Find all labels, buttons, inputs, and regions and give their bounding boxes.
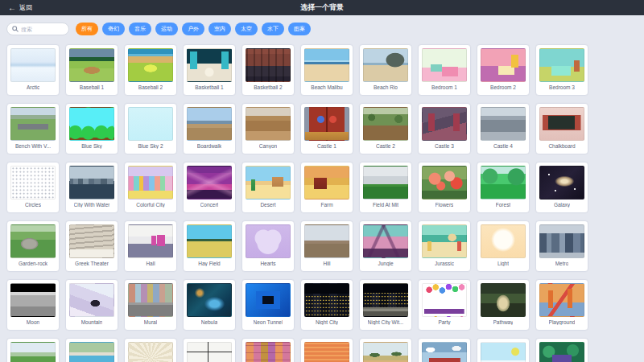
- backdrop-tile[interactable]: Beach Malibu: [300, 44, 353, 96]
- backdrop-tile[interactable]: Forest: [477, 162, 530, 213]
- backdrop-thumbnail: [539, 48, 584, 82]
- backdrop-tile[interactable]: Mountain: [65, 279, 118, 331]
- backdrop-tile[interactable]: [242, 338, 295, 362]
- backdrop-tile[interactable]: Playground: [535, 279, 588, 331]
- backdrop-tile[interactable]: Baseball 1: [65, 44, 118, 96]
- backdrop-tile[interactable]: Hall: [124, 220, 177, 272]
- backdrop-tile[interactable]: Basketball 2: [242, 44, 295, 96]
- backdrop-thumbnail: [422, 166, 467, 200]
- backdrop-label: Hearts: [260, 261, 275, 266]
- backdrop-tile[interactable]: [300, 338, 353, 362]
- backdrop-tile[interactable]: [477, 338, 530, 362]
- backdrop-tile[interactable]: Night City Wit...: [359, 279, 412, 331]
- backdrop-label: Blue Sky 2: [138, 143, 163, 149]
- backdrop-tile[interactable]: [65, 338, 118, 362]
- backdrop-thumbnail: [246, 224, 291, 258]
- search-input[interactable]: [21, 27, 64, 32]
- backdrop-tile[interactable]: Farm: [300, 162, 353, 213]
- backdrop-thumbnail: [481, 342, 526, 362]
- backdrop-tile[interactable]: Blue Sky 2: [124, 103, 177, 154]
- backdrop-thumbnail: [10, 48, 56, 82]
- backdrop-tile[interactable]: Castle 3: [418, 103, 471, 154]
- backdrop-tile[interactable]: [183, 338, 236, 362]
- backdrop-label: Hay Field: [198, 261, 220, 266]
- backdrop-tile[interactable]: Metro: [535, 220, 588, 272]
- filter-chip-8[interactable]: 图案: [288, 23, 311, 35]
- backdrop-label: Mural: [144, 319, 157, 325]
- backdrop-tile[interactable]: Bench With V...: [6, 103, 60, 154]
- backdrop-tile[interactable]: [359, 338, 412, 362]
- filter-bar: 所有奇幻音乐运动户外室内太空水下图案: [0, 15, 644, 41]
- backdrop-tile[interactable]: [124, 338, 177, 362]
- backdrop-grid: ArcticBaseball 1Baseball 2Basketball 1Ba…: [0, 41, 644, 362]
- backdrop-tile[interactable]: Circles: [6, 162, 60, 213]
- backdrop-tile[interactable]: Castle 1: [300, 103, 353, 154]
- backdrop-label: City With Water: [74, 202, 110, 208]
- filter-chip-7[interactable]: 水下: [262, 23, 284, 35]
- backdrop-tile[interactable]: Galaxy: [535, 162, 588, 213]
- backdrop-tile[interactable]: Garden-rock: [6, 220, 60, 272]
- backdrop-tile[interactable]: Castle 2: [359, 103, 412, 154]
- filter-chip-3[interactable]: 运动: [155, 23, 178, 35]
- backdrop-tile[interactable]: Chalkboard: [535, 103, 588, 154]
- backdrop-tile[interactable]: Light: [477, 220, 530, 272]
- backdrop-tile[interactable]: Party: [418, 279, 471, 331]
- backdrop-tile[interactable]: Castle 4: [477, 103, 530, 154]
- backdrop-thumbnail: [246, 48, 291, 82]
- backdrop-tile[interactable]: Jungle: [359, 220, 412, 272]
- backdrop-tile[interactable]: Boardwalk: [183, 103, 236, 154]
- back-button[interactable]: ← 返回: [8, 3, 32, 12]
- backdrop-tile[interactable]: Hill: [300, 220, 353, 272]
- backdrop-tile[interactable]: Bedroom 2: [477, 44, 530, 96]
- backdrop-thumbnail: [539, 342, 584, 362]
- backdrop-tile[interactable]: Jurassic: [418, 220, 471, 272]
- backdrop-label: Blue Sky: [81, 143, 102, 149]
- filter-chip-6[interactable]: 太空: [235, 23, 258, 35]
- backdrop-tile[interactable]: Greek Theater: [65, 220, 118, 272]
- backdrop-tile[interactable]: Moon: [6, 279, 60, 331]
- backdrop-tile[interactable]: Hearts: [242, 220, 295, 272]
- backdrop-tile[interactable]: Night City: [300, 279, 353, 331]
- backdrop-label: Mountain: [81, 319, 103, 325]
- backdrop-label: Metro: [555, 261, 569, 266]
- filter-chip-0[interactable]: 所有: [76, 23, 98, 35]
- backdrop-tile[interactable]: City With Water: [65, 162, 118, 213]
- backdrop-tile[interactable]: Bedroom 1: [418, 44, 471, 96]
- backdrop-tile[interactable]: Concert: [183, 162, 236, 213]
- filter-chip-2[interactable]: 音乐: [129, 23, 151, 35]
- search-box[interactable]: [6, 23, 69, 35]
- backdrop-label: Concert: [200, 202, 219, 208]
- backdrop-tile[interactable]: Beach Rio: [359, 44, 412, 96]
- backdrop-tile[interactable]: [418, 338, 471, 362]
- backdrop-tile[interactable]: Mural: [124, 279, 177, 331]
- filter-chips: 所有奇幻音乐运动户外室内太空水下图案: [76, 23, 311, 35]
- backdrop-label: Castle 1: [317, 143, 336, 149]
- backdrop-tile[interactable]: Arctic: [6, 44, 60, 96]
- backdrop-tile[interactable]: Nebula: [183, 279, 236, 331]
- backdrop-label: Bench With V...: [15, 143, 51, 149]
- backdrop-tile[interactable]: Basketball 1: [183, 44, 236, 96]
- filter-chip-1[interactable]: 奇幻: [102, 23, 125, 35]
- backdrop-tile[interactable]: Desert: [242, 162, 295, 213]
- backdrop-tile[interactable]: Colorful City: [124, 162, 177, 213]
- backdrop-tile[interactable]: Neon Tunnel: [242, 279, 295, 331]
- backdrop-tile[interactable]: Canyon: [242, 103, 295, 154]
- backdrop-label: Party: [438, 319, 450, 325]
- backdrop-thumbnail: [128, 283, 173, 317]
- backdrop-tile[interactable]: Hay Field: [183, 220, 236, 272]
- backdrop-tile[interactable]: Blue Sky: [65, 103, 118, 154]
- backdrop-tile[interactable]: Bedroom 3: [535, 44, 588, 96]
- backdrop-label: Light: [497, 261, 509, 266]
- filter-chip-5[interactable]: 室内: [208, 23, 231, 35]
- backdrop-tile[interactable]: Baseball 2: [124, 44, 177, 96]
- backdrop-tile[interactable]: Flowers: [418, 162, 471, 213]
- backdrop-thumbnail: [539, 283, 584, 317]
- backdrop-tile[interactable]: [535, 338, 588, 362]
- backdrop-label: Garden-rock: [19, 261, 47, 266]
- backdrop-tile[interactable]: Pathway: [477, 279, 530, 331]
- backdrop-tile[interactable]: Field At Mit: [359, 162, 412, 213]
- backdrop-label: Castle 3: [435, 143, 454, 149]
- backdrop-thumbnail: [187, 342, 232, 362]
- filter-chip-4[interactable]: 户外: [182, 23, 204, 35]
- backdrop-tile[interactable]: [6, 338, 60, 362]
